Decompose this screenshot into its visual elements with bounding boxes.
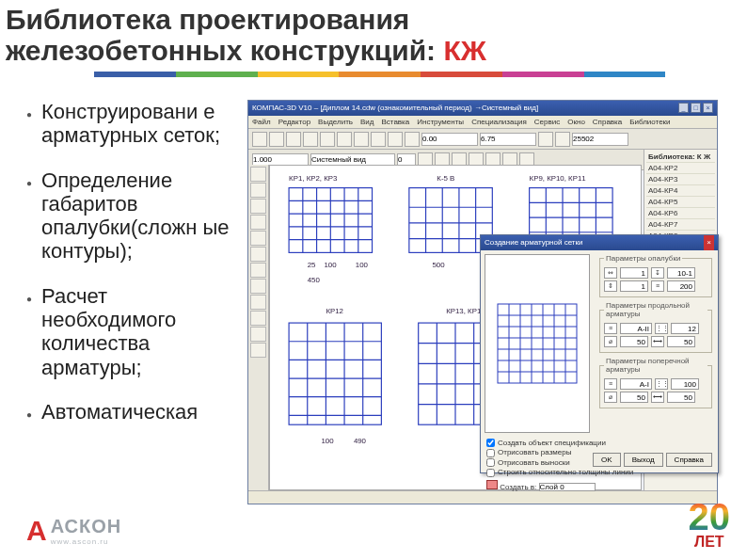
coord-field[interactable]	[572, 133, 628, 146]
rebar-icon: ≡	[604, 323, 617, 334]
tool-button[interactable]	[250, 343, 266, 358]
menu-item[interactable]: Справка	[593, 116, 622, 128]
right-panel-header: Библиотека: К Ж	[646, 152, 715, 163]
svg-text:500: 500	[432, 261, 445, 269]
checkbox[interactable]	[486, 439, 495, 447]
svg-text:100: 100	[324, 261, 337, 269]
toolbar-button[interactable]	[286, 132, 301, 147]
tool-button[interactable]	[250, 295, 266, 310]
list-item[interactable]: А04-КР3	[646, 174, 715, 185]
list-item[interactable]: А04-КР6	[646, 208, 715, 219]
checkbox[interactable]	[486, 449, 495, 457]
menu-item[interactable]: Вставка	[382, 116, 410, 128]
tool-button[interactable]	[250, 215, 266, 230]
dialog-close-icon[interactable]: ×	[704, 235, 714, 250]
menu-item[interactable]: Окно	[567, 116, 585, 128]
layer-select[interactable]	[539, 483, 596, 491]
tool-button[interactable]	[250, 231, 266, 246]
toolbar-button[interactable]	[388, 132, 403, 147]
help-button[interactable]: Справка	[666, 453, 712, 467]
rebar-icon: ≡	[604, 378, 617, 390]
param-group-formwork: Параметры опалубки ⇔↧ ⇕≡	[599, 254, 712, 297]
toolbar-button[interactable]	[320, 132, 335, 147]
param-input[interactable]	[671, 323, 699, 334]
menu-item[interactable]: Библиотеки	[629, 116, 670, 128]
tool-button[interactable]	[250, 263, 266, 278]
menu-item[interactable]: Специализация	[471, 116, 527, 128]
exit-button[interactable]: Выход	[624, 453, 663, 467]
tool-button[interactable]	[250, 327, 266, 342]
brand-url: www.ascon.ru	[51, 537, 122, 546]
param-input[interactable]	[667, 280, 695, 292]
param-input[interactable]	[620, 378, 652, 390]
cad-toolbar-1[interactable]	[248, 129, 717, 150]
list-item[interactable]: А04-КР7	[646, 219, 715, 231]
param-input[interactable]	[667, 267, 695, 279]
param-input[interactable]	[620, 392, 648, 403]
toolbar-button[interactable]	[354, 132, 369, 147]
spacing-icon: ⋮⋮	[655, 323, 668, 334]
decor-stripe	[94, 72, 747, 77]
ok-button[interactable]: OK	[593, 453, 621, 467]
menu-item[interactable]: Вид	[360, 116, 374, 128]
cad-menubar[interactable]: Файл Редактор Выделить Вид Вставка Инстр…	[248, 116, 717, 129]
svg-text:100: 100	[356, 261, 369, 269]
tool-button[interactable]	[250, 183, 266, 198]
svg-rect-27	[289, 323, 381, 424]
tool-button[interactable]	[250, 199, 266, 214]
param-input[interactable]	[671, 378, 699, 390]
offset-icon: ⟷	[651, 336, 664, 347]
param-input[interactable]	[667, 336, 695, 347]
param-input[interactable]	[620, 267, 648, 279]
param-input[interactable]	[620, 280, 648, 292]
toolbar-button[interactable]	[405, 132, 420, 147]
menu-item[interactable]: Редактор	[278, 116, 310, 128]
coord-field[interactable]	[480, 133, 536, 146]
svg-text:490: 490	[354, 437, 367, 445]
list-item[interactable]: А04-КР2	[646, 163, 715, 174]
toolbar-button[interactable]	[252, 132, 267, 147]
checkbox[interactable]	[486, 469, 495, 477]
menu-item[interactable]: Выделить	[318, 116, 353, 128]
rebar-grid-dialog[interactable]: Создание арматурной сетки ×	[480, 234, 719, 473]
svg-text:450: 450	[308, 276, 321, 284]
window-controls[interactable]: _□×	[676, 101, 713, 116]
toolbar-button[interactable]	[337, 132, 352, 147]
drawing-label: КР1, КР2, КР3	[289, 174, 338, 183]
cad-app-window: КОМПАС-3D V10 – [Диплом 14.cdw (ознакоми…	[247, 100, 718, 504]
tool-button[interactable]	[250, 247, 266, 262]
list-item[interactable]: А04-КР5	[646, 197, 715, 208]
minimize-icon[interactable]: _	[678, 103, 689, 113]
toolbar-button[interactable]	[555, 132, 570, 147]
param-input[interactable]	[620, 336, 648, 347]
vertical-toolbar[interactable]	[248, 165, 269, 490]
menu-item[interactable]: Инструменты	[417, 116, 464, 128]
diameter-icon: ⌀	[604, 336, 617, 347]
dialog-title: Создание арматурной сетки	[485, 235, 582, 250]
diameter-icon: ⌀	[604, 392, 617, 403]
tool-button[interactable]	[250, 311, 266, 326]
tool-button[interactable]	[250, 279, 266, 294]
close-icon[interactable]: ×	[703, 103, 713, 113]
list-item[interactable]: А04-КР4	[646, 185, 715, 197]
dialog-titlebar: Создание арматурной сетки ×	[481, 235, 718, 250]
maximize-icon[interactable]: □	[691, 103, 701, 113]
menu-item[interactable]: Сервис	[534, 116, 560, 128]
toolbar-button[interactable]	[538, 132, 553, 147]
param-input[interactable]	[620, 323, 652, 334]
toolbar-button[interactable]	[269, 132, 284, 147]
menu-item[interactable]: Файл	[252, 116, 271, 128]
param-group-longitudinal: Параметры продольной арматуры ≡⋮⋮ ⌀⟷	[599, 301, 712, 353]
svg-text:100: 100	[321, 437, 334, 445]
checkbox-row[interactable]: Создать объект спецификации	[486, 439, 712, 448]
logo-mark: А	[26, 515, 47, 547]
toolbar-button[interactable]	[303, 132, 318, 147]
slide-title: Библиотека проектирования железобетонных…	[0, 0, 747, 66]
checkbox-row[interactable]: Строить относительно толщины линии	[486, 468, 712, 477]
param-input[interactable]	[667, 392, 695, 403]
tool-button[interactable]	[250, 167, 266, 182]
checkbox[interactable]	[486, 458, 495, 467]
coord-field[interactable]	[421, 133, 478, 146]
drawing-label: К-5 В	[437, 174, 454, 183]
toolbar-button[interactable]	[371, 132, 386, 147]
